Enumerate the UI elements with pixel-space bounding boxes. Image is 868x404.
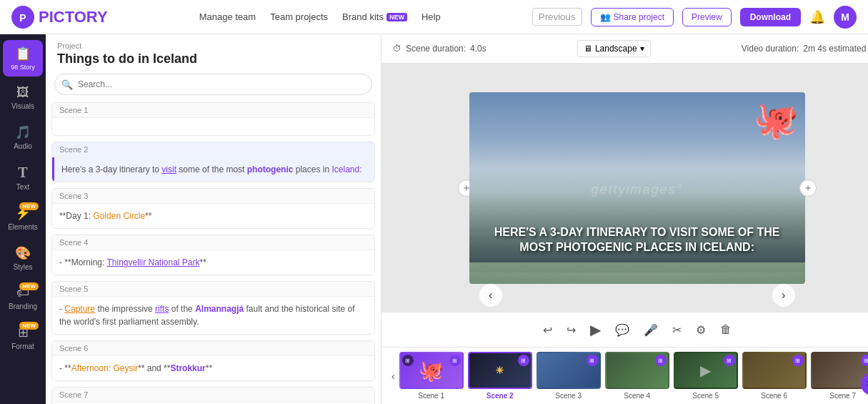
next-scene-button[interactable]: › [772,284,795,307]
orientation-button[interactable]: 🖥 Landscape ▾ [577,40,651,57]
search-input[interactable] [54,74,372,95]
scene-thumb-6[interactable]: ⊞ [742,352,807,389]
sidebar-label-branding: Branding [9,302,37,310]
sidebar: 📋 98 Story 🖼 Visuals 🎵 Audio T Text NEW … [0,34,46,404]
script-panel: Project Things to do in Iceland 🔍 Scene … [46,34,381,404]
sidebar-label-text: Text [16,183,29,191]
share-project-button[interactable]: 👥 Share project [591,8,674,26]
timeline-scene-label-6: Scene 6 [761,392,787,400]
sidebar-item-format[interactable]: NEW ⊞ Format [3,319,43,356]
scissors-button[interactable]: ✂ [669,320,684,340]
timeline-scene-label-3: Scene 3 [555,392,582,400]
brand-kits-link[interactable]: Brand kits NEW [342,11,407,22]
orientation-label: Landscape [595,44,637,54]
sidebar-label-format: Format [11,343,34,350]
scene-thumb-3[interactable]: ⊞ [537,352,601,389]
scene-block-5: Scene 5 - Capture the impressive rifts o… [51,281,375,335]
scene-content-3[interactable]: **Day 1: Golden Circle** [52,204,374,228]
timeline-scene-7: ⊞ Scene 7 [811,352,868,400]
scene-thumb-1[interactable]: 🐙 ⊞ ⊞ [399,352,464,389]
scene-content-2[interactable]: Here's a 3-day itinerary to visit some o… [52,157,374,182]
help-link[interactable]: Help [421,11,441,22]
scene-duration: ⏱ Scene duration: 4.0s [393,44,487,54]
caption-text: HERE'S A 3-DAY ITINERARY TO VISIT SOME O… [484,225,791,255]
sidebar-item-elements[interactable]: NEW ⚡ Elements [3,199,43,237]
timeline-scene-3: ⊞ Scene 3 [537,352,601,400]
timeline-scene-label-1: Scene 1 [418,392,444,400]
sidebar-label-audio: Audio [14,142,32,150]
scene-content-5[interactable]: - Capture the impressive rifts of the Al… [52,297,374,334]
scene-label-5: Scene 5 [52,282,374,297]
scene-thumb-5[interactable]: ▶ ⊞ [674,352,738,389]
timeline-scene-4: ⊞ Scene 4 [605,352,669,400]
manage-team-link[interactable]: Manage team [199,11,256,22]
scene-thumb-7[interactable]: ⊞ [811,352,868,389]
timeline-scenes: 🐙 ⊞ ⊞ Scene 1 ☀ ⊞ [399,352,868,400]
timeline-prev-button[interactable]: ‹ [387,368,399,385]
timeline-scene-5: ▶ ⊞ Scene 5 [674,352,738,400]
styles-icon: 🎨 [15,245,31,261]
redo-button[interactable]: ↪ [564,320,579,340]
share-icon: 👥 [600,12,611,22]
scene-label-2: Scene 2 [52,142,374,157]
scene-content-6[interactable]: - **Afternoon: Geysir** and **Strokkur** [52,356,374,380]
logo: P PICTORY [11,6,108,29]
scene-duration-label: Scene duration: [406,44,466,54]
scene-label-3: Scene 3 [52,189,374,204]
octopus-mascot: 🐙 [754,99,798,141]
scene-thumb-2[interactable]: ☀ ⊞ [468,352,532,389]
add-scene-right[interactable]: ＋ [799,179,817,197]
notifications-icon[interactable]: 🔔 [809,9,825,25]
video-duration-label: Video duration: [742,44,799,54]
project-title: Things to do in Iceland [46,51,381,74]
sidebar-item-visuals[interactable]: 🖼 Visuals [3,79,43,116]
sidebar-item-styles[interactable]: 🎨 Styles [3,240,43,277]
previous-scene-button[interactable]: ‹ [479,284,502,307]
format-new-badge: NEW [19,322,39,330]
play-button[interactable]: ▶ [587,318,604,341]
timeline-scene-label-5: Scene 5 [692,392,719,400]
sidebar-item-story[interactable]: 📋 98 Story [3,40,43,77]
scene-content-1[interactable] [52,118,374,135]
scene-thumb-overlay-6: ⊞ [792,355,804,366]
avatar[interactable]: M [834,6,857,29]
preview-wrapper: ＋ gettyimages° HERE'S A 3-DAY ITINERARY … [469,92,805,284]
sidebar-label-visuals: Visuals [11,102,34,110]
scene-thumb-overlay-5: ⊞ [724,355,735,366]
timeline-scene-label-4: Scene 4 [624,392,650,400]
chevron-down-icon: ▾ [640,44,644,54]
settings-button[interactable]: ⚙ [693,320,709,340]
clock-icon: ⏱ [393,44,401,54]
main-layout: 📋 98 Story 🖼 Visuals 🎵 Audio T Text NEW … [0,34,868,404]
add-right-btn[interactable]: ＋ [799,179,817,197]
topbar-right: Previous 👥 Share project Preview Downloa… [532,6,857,29]
undo-button[interactable]: ↩ [540,320,555,340]
delete-button[interactable]: 🗑 [717,320,734,339]
subtitles-button[interactable]: 💬 [612,320,632,340]
scene-thumb-4[interactable]: ⊞ [605,352,669,389]
scene-label-6: Scene 6 [52,341,374,356]
preview-main: ＋ gettyimages° HERE'S A 3-DAY ITINERARY … [381,64,868,312]
highlight-afternoon: Afternoon: Geysir [71,363,138,373]
scene-block-2: Scene 2 Here's a 3-day itinerary to visi… [51,142,375,182]
highlight-thingvellir: Thingvellir National Park [106,257,199,267]
mic-button[interactable]: 🎤 [641,320,661,340]
previous-button[interactable]: Previous [532,8,582,26]
preview-button[interactable]: Preview [682,8,732,26]
download-button[interactable]: Download [740,8,801,26]
team-projects-link[interactable]: Team projects [270,11,328,22]
scene-thumb-overlay-1: ⊞ [449,355,461,366]
story-icon: 📋 [15,46,31,61]
sidebar-item-text[interactable]: T Text [3,159,43,197]
highlight-golden: Golden Circle [93,211,145,221]
sidebar-item-branding[interactable]: NEW 🏷 Branding [3,280,43,316]
highlight-almannagja: Almannagjá [195,304,244,314]
timeline-scene-label-7: Scene 7 [829,392,856,400]
search-icon: 🔍 [61,79,73,90]
scene-block-1: Scene 1 [51,102,375,136]
elements-new-badge: NEW [19,202,39,210]
scene-thumb-overlay-2: ⊞ [518,355,529,366]
project-label: Project [46,34,381,51]
sidebar-item-audio[interactable]: 🎵 Audio [3,119,43,156]
scene-content-4[interactable]: - **Morning: Thingvellir National Park** [52,250,374,275]
